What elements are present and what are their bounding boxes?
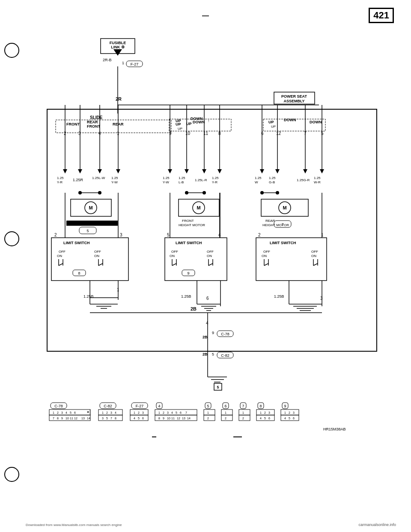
svg-text:M: M [283,205,286,210]
svg-text:7: 7 [185,411,187,414]
svg-line-152 [208,263,213,266]
svg-text:4: 4 [158,404,160,408]
svg-text:×: × [87,410,89,414]
svg-text:3: 3 [320,296,323,301]
svg-text:2: 2 [225,417,226,420]
svg-marker-67 [260,169,264,173]
svg-text:ON: ON [94,254,99,258]
svg-marker-68 [275,169,280,173]
svg-text:6: 6 [180,411,182,414]
svg-text:6: 6 [224,404,226,408]
svg-text:4: 4 [284,417,286,420]
svg-line-147 [172,263,176,266]
svg-text:3: 3 [61,411,63,414]
svg-text:M: M [197,205,200,210]
svg-text:4: 4 [66,411,67,414]
svg-marker-59 [63,169,67,173]
svg-text:13: 13 [81,417,85,420]
svg-line-168 [313,263,318,266]
svg-text:1.25: 1.25 [212,176,219,180]
svg-text:1: 1 [225,411,226,414]
svg-rect-283 [221,415,232,421]
svg-text:2: 2 [54,233,57,237]
svg-text:POWER SEAT: POWER SEAT [281,94,307,99]
svg-text:3: 3 [120,233,122,237]
svg-text:1: 1 [260,411,262,414]
svg-text:DOWN: DOWN [284,118,296,122]
svg-marker-69 [303,169,307,173]
svg-text:C-82: C-82 [221,353,229,358]
svg-text:UP: UP [186,122,192,126]
svg-marker-63 [168,169,172,173]
footer-logo: carmanualsonline.info [358,523,396,527]
svg-text:1.25R: 1.25R [73,178,83,182]
svg-text:F-27: F-27 [136,404,144,408]
svg-text:1: 1 [122,61,124,65]
svg-rect-287 [239,409,250,415]
svg-text:W: W [255,180,258,184]
svg-text:2R: 2R [116,96,122,102]
svg-text:13: 13 [182,417,185,420]
svg-text:FRONT: FRONT [66,122,80,126]
svg-text:5: 5 [212,352,214,356]
svg-text:LIMIT SWITCH: LIMIT SWITCH [270,241,296,245]
svg-text:Y-W: Y-W [111,180,118,184]
svg-text:2B: 2B [203,352,208,356]
svg-text:C-78: C-78 [54,404,63,408]
svg-text:8: 8 [259,404,262,408]
circuit-diagram-svg: FUSIBLE LINK ⑨ 2R-B 1 F-27 POWER SEAT AS… [24,26,396,475]
svg-text:HR15M38AB: HR15M38AB [323,427,346,431]
svg-text:9: 9 [169,131,172,136]
svg-text:9: 9 [212,331,214,335]
svg-text:ON: ON [311,254,316,258]
svg-text:3: 3 [293,411,295,414]
svg-text:14: 14 [187,417,191,420]
svg-text:OFF: OFF [94,250,101,254]
svg-text:1.25: 1.25 [269,176,276,180]
svg-text:2: 2 [264,411,266,414]
svg-text:ON: ON [262,254,267,258]
svg-text:OFF: OFF [207,250,214,254]
top-dash: — [202,12,209,20]
svg-marker-65 [202,169,206,173]
svg-text:1: 1 [321,233,324,237]
svg-text:5: 5 [264,417,266,420]
page-container: 421 — FUSIBLE LINK ⑨ 2R-B 1 F-27 POWER S… [0,0,411,532]
svg-text:1.25: 1.25 [179,176,185,180]
svg-text:4: 4 [115,411,116,414]
svg-text:6: 6 [142,417,144,420]
svg-rect-289 [239,415,250,421]
svg-text:6: 6 [74,411,76,414]
svg-marker-62 [116,169,120,173]
svg-text:F-27: F-27 [131,62,139,66]
svg-marker-60 [78,169,82,173]
svg-text:REAR: REAR [265,219,275,223]
svg-marker-70 [320,169,324,173]
svg-text:12: 12 [177,417,180,420]
svg-text:7: 7 [281,222,283,227]
svg-text:2: 2 [106,411,108,414]
page-number: 421 [369,8,394,23]
svg-rect-281 [221,409,232,415]
svg-text:ASSEMBLY: ASSEMBLY [283,99,304,103]
svg-text:REAR: REAR [87,120,98,124]
left-bookmark-3 [4,467,19,482]
svg-text:L-B: L-B [179,180,184,184]
svg-text:LINK ⑨: LINK ⑨ [111,45,125,49]
svg-text:FRONT: FRONT [87,124,100,129]
left-bookmark-1 [4,43,19,58]
svg-text:9: 9 [187,271,189,275]
svg-line-163 [264,263,268,266]
svg-text:2: 2 [163,411,164,414]
svg-text:1.25L-W: 1.25L-W [92,176,105,180]
svg-text:OFF: OFF [263,250,270,254]
svg-text:5: 5 [207,404,209,408]
svg-text:LIMIT SWITCH: LIMIT SWITCH [63,241,90,245]
svg-text:14: 14 [87,417,90,420]
svg-text:9: 9 [163,417,164,420]
svg-text:UP: UP [176,122,181,126]
svg-text:LIMIT SWITCH: LIMIT SWITCH [176,241,202,245]
svg-text:9: 9 [284,404,286,408]
svg-text:1: 1 [207,411,209,414]
svg-text:1.25: 1.25 [314,176,321,180]
